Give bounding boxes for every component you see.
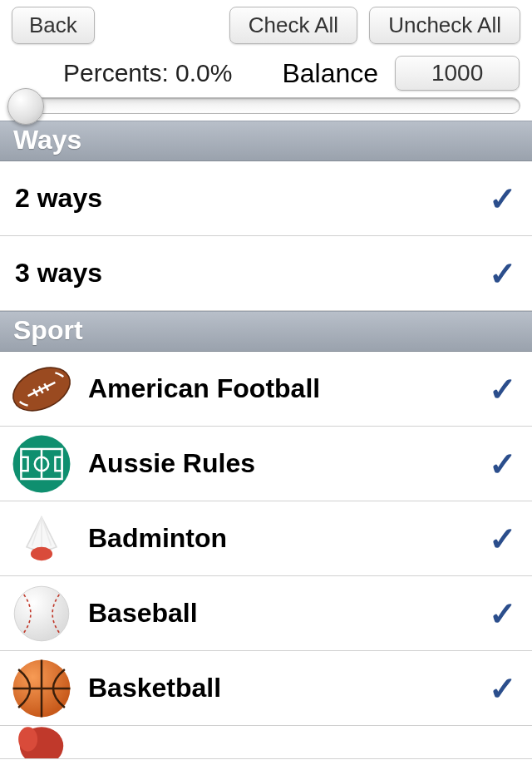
slider-thumb[interactable] [7, 88, 44, 125]
check-all-button[interactable]: Check All [229, 7, 357, 44]
checkmark-icon: ✓ [489, 595, 517, 633]
svg-point-15 [31, 546, 52, 560]
controls-row: Percents: 0.0% Balance [0, 47, 532, 96]
checkmark-icon: ✓ [489, 445, 517, 483]
sport-item-label: Basketball [88, 673, 489, 703]
list-item[interactable]: Basketball ✓ [0, 651, 532, 726]
section-header-ways: Ways [0, 121, 532, 161]
checkmark-icon: ✓ [489, 180, 517, 218]
checkmark-icon: ✓ [489, 520, 517, 558]
slider-container [0, 96, 532, 121]
balance-input[interactable] [395, 56, 520, 91]
checkmark-icon: ✓ [489, 254, 517, 293]
baseball-icon [5, 577, 78, 650]
list-item[interactable]: Aussie Rules ✓ [0, 427, 532, 501]
balance-label: Balance [282, 58, 378, 89]
boxing-icon [5, 726, 78, 759]
percent-slider[interactable] [12, 97, 520, 114]
ways-item-label: 3 ways [15, 258, 489, 289]
ways-item-label: 2 ways [15, 183, 489, 214]
list-item[interactable]: 2 ways ✓ [0, 161, 532, 236]
uncheck-all-button[interactable]: Uncheck All [369, 7, 520, 44]
sport-item-label: Baseball [88, 598, 489, 629]
percents-label: Percents: 0.0% [63, 59, 232, 87]
list-item[interactable]: American Football ✓ [0, 352, 532, 427]
american-football-icon [5, 353, 78, 426]
toolbar: Back Check All Uncheck All [0, 0, 532, 47]
section-header-sport: Sport [0, 311, 532, 352]
list-item[interactable]: Badminton ✓ [0, 501, 532, 576]
checkmark-icon: ✓ [489, 370, 517, 408]
badminton-icon [5, 502, 78, 575]
basketball-icon [5, 652, 78, 725]
list-item[interactable]: Baseball ✓ [0, 576, 532, 651]
svg-point-16 [14, 586, 69, 641]
svg-point-21 [18, 727, 37, 752]
sport-item-label: American Football [88, 373, 489, 404]
checkmark-icon: ✓ [489, 669, 517, 708]
list-item[interactable] [0, 726, 532, 759]
list-item[interactable]: 3 ways ✓ [0, 236, 532, 311]
sport-item-label: Badminton [88, 523, 489, 554]
sport-item-label: Aussie Rules [88, 448, 489, 479]
back-button[interactable]: Back [12, 7, 95, 44]
aussie-rules-icon [5, 427, 78, 501]
